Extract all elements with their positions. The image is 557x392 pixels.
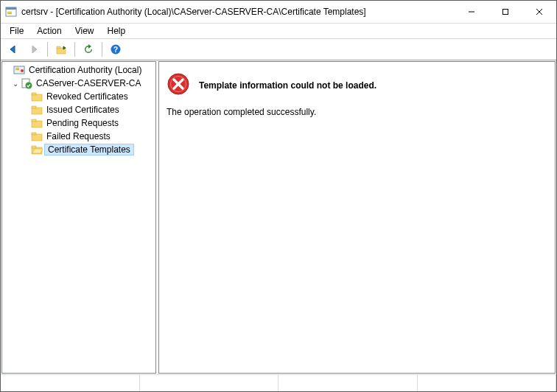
tree-label: Certification Authority (Local) [27,65,143,75]
cert-authority-icon [13,64,25,76]
toolbar-separator [74,42,75,57]
menu-view[interactable]: View [69,24,100,38]
status-cell [140,375,279,391]
folder-icon [31,117,43,129]
status-cell [418,375,557,391]
svg-rect-18 [32,94,42,101]
status-message: The operation completed successfully. [167,107,547,117]
status-cell [278,375,418,391]
minimize-button[interactable] [455,1,488,23]
tree: Certification Authority (Local) ⌄ CAServ… [2,62,155,158]
tree-failed[interactable]: Failed Requests [4,130,154,143]
menubar: File Action View Help [1,24,556,38]
app-icon [5,6,17,18]
toolbar-separator [47,42,48,57]
titlebar: certsrv - [Certification Authority (Loca… [1,1,556,24]
tree-label: CAServer-CASERVER-CA [35,78,142,88]
tree-revoked[interactable]: Revoked Certificates [4,90,154,103]
svg-rect-13 [15,68,19,69]
svg-rect-23 [32,119,36,122]
toolbar: ? [1,38,556,60]
menu-action[interactable]: Action [31,24,67,38]
tree-issued[interactable]: Issued Certificates [4,103,154,116]
error-heading: Template information could not be loaded… [199,80,376,91]
statusbar [1,374,556,391]
tree-label: Pending Requests [45,118,120,128]
tree-label: Certificate Templates [44,144,134,155]
tree-root[interactable]: Certification Authority (Local) [4,63,154,77]
window-title: certsrv - [Certification Authority (Loca… [21,7,455,17]
svg-rect-25 [32,133,36,135]
folder-open-icon [31,144,43,155]
maximize-button[interactable] [488,1,522,23]
tree-templates[interactable]: Certificate Templates [4,143,154,156]
forward-button[interactable] [24,41,43,58]
window-controls [455,1,556,23]
up-button[interactable] [52,41,71,58]
svg-rect-5 [503,10,508,15]
ca-ok-icon [21,77,32,89]
content-pane: Template information could not be loaded… [158,61,556,374]
svg-rect-22 [32,121,42,127]
svg-rect-14 [15,69,19,70]
svg-rect-21 [32,106,36,108]
menu-file[interactable]: File [4,24,29,38]
svg-rect-2 [7,12,12,13]
svg-text:?: ? [113,46,118,54]
app-window: certsrv - [Certification Authority (Loca… [0,0,557,392]
folder-icon [31,91,43,102]
tree-label: Issued Certificates [45,105,121,115]
folder-icon [31,130,43,142]
error-row: Template information could not be loaded… [167,72,547,98]
refresh-button[interactable] [79,41,98,58]
svg-rect-27 [32,146,36,148]
svg-rect-9 [57,46,60,49]
collapse-icon[interactable]: ⌄ [11,80,20,88]
svg-rect-24 [32,134,42,141]
body: Certification Authority (Local) ⌄ CAServ… [1,60,556,374]
back-button[interactable] [4,41,23,58]
menu-help[interactable]: Help [102,24,132,38]
svg-rect-1 [6,7,16,10]
tree-label: Revoked Certificates [45,91,130,102]
tree-pane[interactable]: Certification Authority (Local) ⌄ CAServ… [1,61,156,374]
svg-point-15 [21,69,24,72]
svg-rect-20 [32,108,42,114]
toolbar-separator [102,42,102,57]
status-cell [1,375,140,391]
tree-pending[interactable]: Pending Requests [4,116,154,130]
close-button[interactable] [522,1,556,23]
folder-icon [31,104,43,116]
tree-ca[interactable]: ⌄ CAServer-CASERVER-CA [4,77,154,90]
svg-rect-3 [7,13,12,14]
help-button[interactable]: ? [106,41,125,58]
svg-rect-19 [32,93,36,95]
tree-label: Failed Requests [45,131,112,141]
error-icon [167,72,190,98]
